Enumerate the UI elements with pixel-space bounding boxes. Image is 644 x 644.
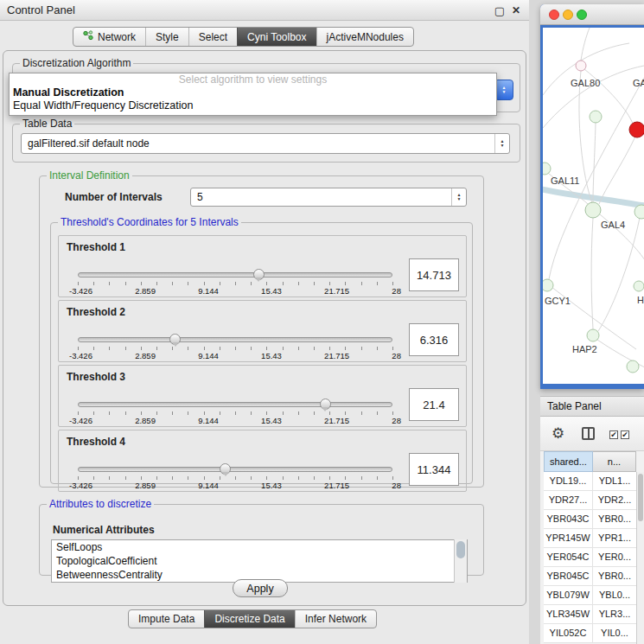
column-header-shared-name[interactable]: shared... (544, 451, 593, 472)
attribute-list-item[interactable]: TopologicalCoefficient (52, 554, 467, 568)
select-none-checkbox-icon[interactable]: ✔ (621, 430, 629, 439)
discretization-algorithm-legend: Discretization Algorithm (20, 57, 133, 69)
table-row[interactable]: YDR27... YDR2... (544, 491, 636, 510)
algorithm-option-manual[interactable]: Manual Discretization (10, 86, 496, 99)
threshold-4-value-field[interactable]: 11.344 (409, 453, 459, 486)
control-panel-titlebar[interactable]: Control Panel ▢ ✕ (0, 0, 529, 21)
close-window-button[interactable]: ✕ (512, 4, 520, 16)
table-row[interactable]: YIL052C YIL0... (544, 624, 636, 643)
select-all-checkbox-icon[interactable]: ✔ (609, 430, 618, 439)
svg-text:HAP2: HAP2 (572, 344, 597, 354)
scale-label: 15.43 (261, 481, 282, 490)
table-data-combo[interactable]: galFiltered.sif default node ▲▼ (21, 133, 510, 154)
slider-ticks (78, 476, 393, 480)
column-header-name[interactable]: n... (593, 451, 636, 472)
table-row[interactable]: YLR345W YLR3... (544, 605, 636, 624)
scrollbar-thumb[interactable] (638, 474, 643, 521)
attributes-group: Attributes to discretize Numerical Attri… (39, 498, 484, 576)
tab-impute-data[interactable]: Impute Data (129, 610, 204, 628)
threshold-3-slider[interactable] (78, 402, 392, 407)
network-svg[interactable]: GAL80GAGAL11GAL4GCY1HAP2H (543, 28, 644, 384)
table-row[interactable]: YDL19... YDL1... (544, 472, 636, 491)
scrollbar-thumb[interactable] (456, 541, 465, 558)
tab-style-label: Style (156, 31, 179, 43)
table-row[interactable]: YBL079W YBL0... (544, 586, 636, 605)
table-row[interactable]: YBR045C YBR0... (544, 567, 636, 586)
algorithm-combo-button[interactable]: ▲▼ (494, 80, 513, 100)
network-window-titlebar[interactable] (540, 4, 644, 25)
float-window-button[interactable]: ▢ (494, 4, 505, 17)
slider-ticks (78, 282, 393, 285)
scale-label: 2.859 (135, 481, 156, 490)
columns-icon[interactable] (582, 427, 595, 440)
scale-label: 28 (392, 351, 401, 360)
tab-cyni-toolbox[interactable]: Cyni Toolbox (237, 28, 316, 46)
svg-text:H: H (637, 295, 644, 305)
number-of-intervals-combo[interactable]: 5 ▲▼ (190, 188, 467, 207)
scale-label: 21.715 (324, 286, 349, 296)
table-scrollbar[interactable] (636, 472, 644, 644)
threshold-2-slider-thumb[interactable] (169, 334, 181, 345)
combo-arrows-icon: ▲▼ (494, 134, 509, 153)
tab-infer-network[interactable]: Infer Network (295, 610, 376, 628)
cell-shared-name: YIL052C (544, 624, 593, 642)
threshold-2-value-field[interactable]: 6.316 (409, 323, 459, 356)
table-panel-titlebar[interactable]: Table Panel (540, 396, 644, 417)
scale-label: 15.43 (261, 416, 282, 425)
cell-name: YDL1... (593, 472, 636, 490)
tab-jactivemodules-label: jActiveMNodules (327, 31, 404, 43)
combo-arrows-icon: ▲▼ (451, 188, 466, 206)
threshold-1-value-field[interactable]: 14.713 (409, 258, 459, 291)
apply-button[interactable]: Apply (233, 579, 288, 597)
numerical-attributes-list[interactable]: SelfLoopsTopologicalCoefficientBetweenne… (51, 539, 468, 583)
scale-label: 2.859 (135, 416, 156, 425)
threshold-4-slider[interactable] (78, 467, 392, 472)
attributes-list-scrollbar[interactable] (454, 539, 467, 583)
slider-ticks (78, 411, 393, 415)
number-of-intervals-value: 5 (197, 191, 203, 203)
tab-cyni-toolbox-label: Cyni Toolbox (247, 31, 306, 43)
cell-shared-name: YBL079W (544, 586, 593, 604)
cell-shared-name: YDL19... (544, 472, 593, 490)
tab-impute-data-label: Impute Data (138, 613, 194, 625)
threshold-3-value-field[interactable]: 21.4 (409, 388, 459, 421)
number-of-intervals-label: Number of Intervals (65, 191, 163, 203)
close-traffic-light[interactable] (549, 10, 559, 20)
threshold-1-label: Threshold 1 (67, 241, 125, 253)
attribute-list-item[interactable]: SelfLoops (52, 540, 467, 554)
threshold-1-slider[interactable] (78, 272, 392, 277)
tab-network[interactable]: Network (73, 28, 145, 46)
numerical-attributes-label: Numerical Attributes (53, 524, 155, 536)
table-row[interactable]: YER054C YER0... (544, 548, 636, 567)
table-row[interactable]: YPR145W YPR1... (544, 529, 636, 548)
tab-select[interactable]: Select (188, 28, 237, 46)
slider-scale: -3.4262.8599.14415.4321.71528 (69, 481, 401, 490)
threshold-1-slider-thumb[interactable] (253, 269, 265, 280)
scale-label: 21.715 (324, 351, 349, 360)
tab-style[interactable]: Style (145, 28, 188, 46)
threshold-3-label: Threshold 3 (67, 371, 125, 383)
cell-name: YDR2... (593, 491, 636, 509)
zoom-traffic-light[interactable] (577, 10, 587, 20)
scale-label: 28 (392, 286, 401, 296)
threshold-2-slider[interactable] (78, 337, 392, 342)
scale-label: 2.859 (135, 351, 156, 360)
cell-name: YIL0... (593, 624, 636, 642)
threshold-3-slider-thumb[interactable] (320, 399, 331, 410)
algorithm-option-equal-width[interactable]: Equal Width/Frequency Discretization (10, 99, 496, 112)
threshold-4-slider-thumb[interactable] (220, 463, 231, 475)
network-canvas[interactable]: GAL80GAGAL11GAL4GCY1HAP2H (543, 28, 644, 384)
attributes-legend: Attributes to discretize (47, 498, 154, 510)
gear-icon[interactable]: ⚙ (552, 424, 564, 443)
thresholds-group: Threshold's Coordinates for 5 Intervals … (50, 216, 473, 484)
scale-label: 2.859 (135, 286, 156, 296)
cell-shared-name: YBR043C (544, 510, 593, 528)
window-title: Control Panel (7, 3, 75, 16)
thresholds-legend: Threshold's Coordinates for 5 Intervals (58, 216, 241, 228)
control-panel-tabbar: Network Style Select Cyni Toolbox jActiv… (73, 27, 414, 47)
tab-jactivemodules[interactable]: jActiveMNodules (316, 28, 413, 46)
cell-shared-name: YPR145W (544, 529, 593, 547)
table-row[interactable]: YBR043C YBR0... (544, 510, 636, 529)
tab-discretize-data[interactable]: Discretize Data (204, 610, 294, 628)
minimize-traffic-light[interactable] (563, 10, 573, 20)
